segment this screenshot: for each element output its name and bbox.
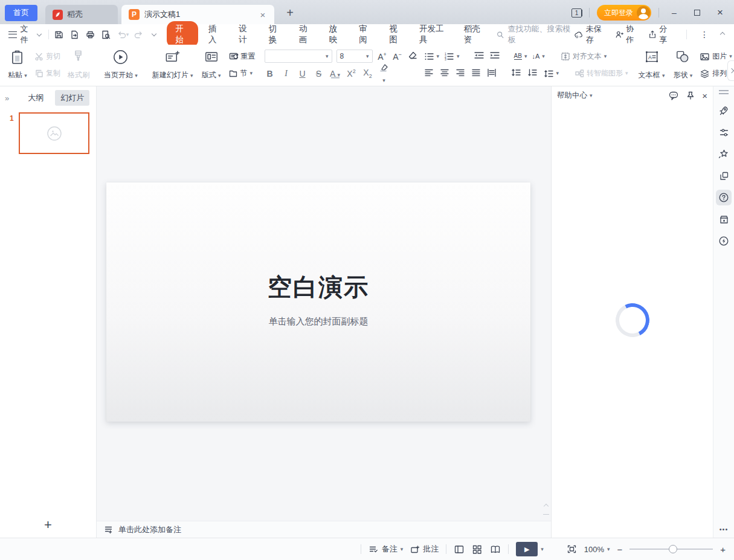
zoom-in-button[interactable]: + (720, 544, 726, 555)
notes-bar[interactable]: 单击此处添加备注 (97, 521, 551, 538)
print-preview-button[interactable] (101, 30, 111, 40)
close-button[interactable]: × (712, 5, 728, 21)
play-from-current-button[interactable]: 当页开始 ▾ (100, 47, 142, 83)
new-tab-button[interactable]: + (283, 6, 297, 20)
help-button[interactable] (716, 190, 732, 205)
align-right-button[interactable] (456, 68, 465, 79)
align-text-button[interactable]: 对齐文本 ▾ (561, 48, 607, 64)
tab-home[interactable]: 开始 (167, 21, 198, 48)
tab-developer[interactable]: 开发工具 (411, 24, 456, 45)
decrease-font-button[interactable]: A− (392, 51, 403, 62)
home-tab[interactable]: 首页 (5, 5, 37, 21)
section-button[interactable]: 节 ▾ (225, 66, 259, 82)
previous-slide-button[interactable] (544, 504, 549, 509)
distribute-button[interactable] (487, 68, 497, 79)
docer-tab[interactable]: 稻壳 (45, 5, 118, 24)
paste-button[interactable]: 粘贴 ▾ (4, 47, 31, 83)
text-direction-button[interactable]: AB ▾ (514, 48, 527, 64)
shapes-button[interactable]: 形状 ▾ (669, 47, 697, 83)
drag-handle[interactable] (719, 90, 729, 94)
bold-button[interactable]: B (265, 69, 275, 79)
subscript-button[interactable]: X2 (362, 68, 373, 79)
add-slide-button[interactable]: + (44, 517, 52, 533)
line-spacing-button[interactable]: ▾ (544, 66, 559, 82)
increase-paragraph-spacing-button[interactable] (511, 68, 521, 79)
skill-store-button[interactable] (716, 211, 732, 227)
upgrade-rocket-button[interactable] (716, 103, 732, 118)
clear-format-button[interactable] (407, 51, 418, 62)
tab-design[interactable]: 设计 (231, 24, 261, 45)
reset-button[interactable]: 重置 (225, 48, 259, 64)
close-panel-icon[interactable]: × (702, 91, 707, 101)
customize-toolbar-button[interactable] (149, 32, 158, 37)
underline-button[interactable]: U (297, 69, 308, 79)
zoom-slider-handle[interactable] (669, 545, 677, 553)
justify-button[interactable] (471, 68, 481, 79)
help-panel-title[interactable]: 帮助中心 (557, 91, 587, 101)
window-manager-badge[interactable]: 1 (571, 8, 582, 18)
text-box-button[interactable]: A 文本框 ▾ (634, 47, 669, 83)
decrease-indent-button[interactable] (474, 51, 485, 62)
more-menu-button[interactable]: ⋮ (700, 30, 709, 39)
increase-indent-button[interactable] (489, 51, 500, 62)
bullet-list-button[interactable]: ▾ (424, 48, 440, 64)
increase-font-button[interactable]: A+ (377, 51, 388, 62)
normal-view-button[interactable] (454, 544, 465, 555)
redo-button[interactable] (134, 30, 144, 39)
quick-tools-button[interactable] (716, 233, 732, 249)
align-center-button[interactable] (440, 68, 449, 79)
new-slide-button[interactable]: 新建幻灯片 ▾ (148, 47, 198, 83)
convert-smart-graphic-button[interactable]: 转智能图形 ▾ (575, 66, 628, 82)
undo-button[interactable]: ▾ (117, 30, 129, 39)
slide-canvas[interactable]: 空白演示 单击输入您的封面副标题 单击此处添加备注 (97, 86, 551, 538)
feedback-chat-icon[interactable] (668, 91, 679, 101)
slide-subtitle-placeholder[interactable]: 单击输入您的封面副标题 (269, 316, 369, 327)
decrease-paragraph-spacing-button[interactable] (527, 68, 538, 79)
slideshow-button[interactable]: ▶ ▾ (516, 542, 544, 556)
align-left-button[interactable] (424, 68, 434, 79)
ribbon-expand-button[interactable] (727, 60, 734, 81)
tab-review[interactable]: 审阅 (351, 24, 381, 45)
settings-sliders-button[interactable] (716, 124, 732, 140)
switch-window-button[interactable] (716, 168, 732, 184)
tab-transition[interactable]: 切换 (261, 24, 291, 45)
strikethrough-button[interactable]: S (314, 69, 324, 79)
layout-button[interactable]: 版式 ▾ (198, 47, 225, 83)
slide-sorter-button[interactable] (472, 544, 483, 555)
comments-button[interactable]: 批注 (410, 544, 439, 555)
tab-animation[interactable]: 动画 (291, 24, 321, 45)
slide-title-placeholder[interactable]: 空白演示 (268, 271, 369, 304)
minimize-button[interactable]: – (666, 5, 682, 21)
font-color-button[interactable]: A ▾ (330, 69, 341, 79)
save-button[interactable] (54, 30, 64, 40)
slide[interactable]: 空白演示 单击输入您的封面副标题 (106, 182, 530, 422)
highlight-button[interactable]: ▾ (379, 63, 390, 84)
notes-toggle-button[interactable]: 备注 ▾ (369, 544, 404, 555)
text-sort-button[interactable]: ↓A ▾ (532, 48, 544, 64)
more-tools-button[interactable]: ••• (720, 526, 729, 533)
zoom-slider[interactable] (629, 549, 713, 550)
collaborate-button[interactable]: 协作 (615, 24, 640, 45)
pin-panel-icon[interactable] (686, 91, 695, 100)
login-button[interactable]: 立即登录 (597, 5, 651, 21)
tab-outline[interactable]: 大纲 (22, 90, 49, 106)
save-status[interactable]: 未保存 (574, 24, 607, 45)
print-button[interactable] (85, 30, 95, 40)
reading-view-button[interactable] (490, 544, 501, 555)
fit-to-window-button[interactable] (567, 544, 577, 554)
maximize-button[interactable] (689, 5, 705, 21)
collapse-ribbon-button[interactable] (718, 30, 727, 39)
search-field[interactable]: 查找功能、搜索模板 (496, 24, 574, 45)
numbered-list-button[interactable]: 123 ▾ (444, 48, 460, 64)
slide-thumbnail[interactable] (19, 112, 89, 154)
expand-panel-button[interactable]: » (5, 94, 9, 103)
document-tab-close-icon[interactable]: × (257, 10, 268, 20)
tab-docer-resources[interactable]: 稻壳资 (456, 24, 494, 45)
special-features-button[interactable] (716, 146, 732, 162)
tab-slides[interactable]: 幻灯片 (55, 90, 89, 106)
font-size-combo[interactable]: 8▾ (336, 50, 373, 63)
zoom-out-button[interactable]: − (617, 544, 622, 555)
cut-button[interactable]: 剪切 (31, 48, 63, 64)
italic-button[interactable]: I (281, 69, 292, 79)
format-painter-button[interactable]: 格式刷 (63, 47, 94, 83)
